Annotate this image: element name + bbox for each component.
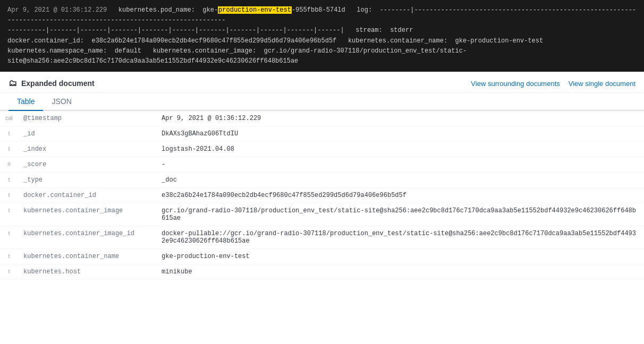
log-namespace-value: default bbox=[115, 47, 141, 55]
row-type-icon: t bbox=[0, 142, 18, 157]
expanded-doc-title: 🗂 Expanded document bbox=[9, 79, 95, 88]
row-value: - bbox=[156, 157, 644, 173]
row-key: kubernetes.container_image bbox=[18, 203, 156, 226]
tab-json[interactable]: JSON bbox=[43, 93, 80, 111]
table-row: cal@timestampApr 9, 2021 @ 01:36:12.229 bbox=[0, 111, 644, 126]
row-value: Apr 9, 2021 @ 01:36:12.229 bbox=[156, 111, 644, 126]
table-row: tkubernetes.container_namegke-production… bbox=[0, 249, 644, 264]
row-type-icon: t bbox=[0, 173, 18, 188]
row-value: docker-pullable://gcr.io/grand-radio-307… bbox=[156, 226, 644, 249]
row-value: DkAXs3gBAhazG06TtdIU bbox=[156, 126, 644, 142]
log-dashes2: ----------|-------|-------|-------|-----… bbox=[7, 27, 344, 34]
row-value: gke-production-env-test bbox=[156, 249, 644, 264]
expanded-doc-header: 🗂 Expanded document View surrounding doc… bbox=[0, 72, 644, 93]
row-type-icon: t bbox=[0, 203, 18, 226]
tab-table[interactable]: Table bbox=[9, 93, 43, 111]
log-pod-name-suffix: -955fbb8-574ld bbox=[292, 6, 345, 14]
log-container-image-label: kubernetes.container_image: bbox=[153, 47, 256, 55]
row-type-icon: t bbox=[0, 264, 18, 280]
row-key: kubernetes.host bbox=[18, 264, 156, 280]
table-row: #_score- bbox=[0, 157, 644, 173]
row-value: _doc bbox=[156, 173, 644, 188]
row-key: _index bbox=[18, 142, 156, 157]
log-namespace-label: kubernetes.namespace_name: bbox=[7, 47, 107, 55]
row-key: _type bbox=[18, 173, 156, 188]
row-key: kubernetes.container_name bbox=[18, 249, 156, 264]
table-row: t_type_doc bbox=[0, 173, 644, 188]
table-row: tkubernetes.container_image_iddocker-pul… bbox=[0, 226, 644, 249]
row-key: docker.container_id bbox=[18, 188, 156, 203]
table-row: t_indexlogstash-2021.04.08 bbox=[0, 142, 644, 157]
folder-icon: 🗂 bbox=[9, 79, 17, 88]
log-container-id-value: e38c2a6b24e1784a090ecb2db4ecf9680c47f855… bbox=[91, 37, 336, 45]
row-type-icon: cal bbox=[0, 111, 18, 126]
log-pod-name-label: kubernetes.pod_name: bbox=[118, 6, 195, 14]
row-key: @timestamp bbox=[18, 111, 156, 126]
expanded-doc-title-text: Expanded document bbox=[21, 79, 95, 88]
row-type-icon: # bbox=[0, 157, 18, 173]
log-container-id-label: docker.container_id: bbox=[7, 37, 84, 45]
table-row: t_idDkAXs3gBAhazG06TtdIU bbox=[0, 126, 644, 142]
log-timestamp: Apr 9, 2021 @ 01:36:12.229 bbox=[7, 6, 107, 14]
table-row: tkubernetes.hostminikube bbox=[0, 264, 644, 280]
row-value: e38c2a6b24e1784a090ecb2db4ecf9680c47f855… bbox=[156, 188, 644, 203]
log-container-name-label: kubernetes.container_name: bbox=[348, 37, 447, 45]
log-log-label: log: bbox=[357, 6, 372, 14]
row-value: minikube bbox=[156, 264, 644, 280]
log-stream-label: stream: bbox=[355, 27, 382, 34]
row-key: _score bbox=[18, 157, 156, 173]
table-row: tkubernetes.container_imagegcr.io/grand-… bbox=[0, 203, 644, 226]
expanded-doc-actions: View surrounding documents View single d… bbox=[471, 80, 635, 88]
doc-table: cal@timestampApr 9, 2021 @ 01:36:12.229t… bbox=[0, 111, 644, 280]
log-stream-value: stderr bbox=[390, 27, 413, 34]
view-single-link[interactable]: View single document bbox=[569, 80, 635, 88]
log-container-name-value: gke-production-env-test bbox=[455, 37, 544, 45]
log-pod-name-prefix: gke- bbox=[202, 6, 218, 14]
row-value: gcr.io/grand-radio-307118/production_env… bbox=[156, 203, 644, 226]
log-area: Apr 9, 2021 @ 01:36:12.229 kubernetes.po… bbox=[0, 0, 644, 72]
row-key: kubernetes.container_image_id bbox=[18, 226, 156, 249]
log-pod-name-highlight: production-env-test bbox=[218, 6, 292, 14]
tabs-bar: Table JSON bbox=[0, 93, 644, 111]
table-container: cal@timestampApr 9, 2021 @ 01:36:12.229t… bbox=[0, 111, 644, 280]
row-type-icon: t bbox=[0, 188, 18, 203]
row-value: logstash-2021.04.08 bbox=[156, 142, 644, 157]
row-type-icon: t bbox=[0, 249, 18, 264]
row-type-icon: t bbox=[0, 226, 18, 249]
row-type-icon: t bbox=[0, 126, 18, 142]
table-row: tdocker.container_ide38c2a6b24e1784a090e… bbox=[0, 188, 644, 203]
view-surrounding-link[interactable]: View surrounding documents bbox=[471, 80, 560, 88]
row-key: _id bbox=[18, 126, 156, 142]
